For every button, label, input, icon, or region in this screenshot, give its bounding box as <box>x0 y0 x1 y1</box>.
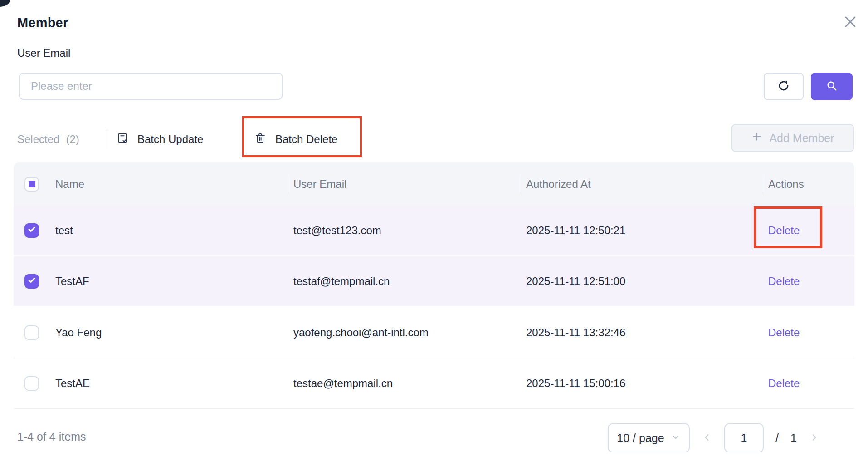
search-icon <box>825 79 838 93</box>
header-actions: Actions <box>763 162 854 206</box>
page-size-select[interactable]: 10 / page <box>608 423 690 452</box>
cell-name: TestAE <box>50 377 288 390</box>
batch-delete-button[interactable]: Batch Delete <box>254 131 337 148</box>
toolbar-divider <box>106 130 106 149</box>
selected-label: Selected <box>17 133 59 146</box>
refresh-icon <box>777 79 790 94</box>
row-checkbox[interactable] <box>24 274 39 289</box>
chevron-right-icon <box>809 432 819 444</box>
table-header-row: Name User Email Authorized At Actions <box>14 162 854 206</box>
delete-link[interactable]: Delete <box>768 377 800 390</box>
table-row: TestAF testaf@tempmail.cn 2025-11-11 12:… <box>14 256 854 307</box>
row-checkbox[interactable] <box>24 376 39 391</box>
select-all-checkbox[interactable] <box>24 177 39 192</box>
cell-name: TestAF <box>50 275 288 288</box>
delete-link[interactable]: Delete <box>768 275 800 288</box>
member-modal: Member User Email Selected (2) <box>0 0 868 462</box>
row-checkbox-cell <box>14 325 50 340</box>
row-checkbox[interactable] <box>24 325 39 340</box>
current-page-value: 1 <box>741 432 747 445</box>
row-checkbox-cell <box>14 376 50 391</box>
prev-page-button[interactable] <box>702 432 712 444</box>
total-pages: 1 <box>790 432 797 445</box>
indeterminate-mark <box>29 181 35 187</box>
cell-email: yaofeng.chooi@ant-intl.com <box>288 326 521 339</box>
trash-icon <box>254 132 267 147</box>
header-user-email: User Email <box>288 162 521 206</box>
cell-email: testae@tempmail.cn <box>288 377 521 390</box>
check-icon <box>27 275 37 288</box>
table-row: test test@test123.com 2025-11-11 12:50:2… <box>14 206 854 256</box>
pagination: 10 / page 1 / 1 <box>608 423 819 452</box>
row-checkbox-cell <box>14 223 50 238</box>
screen-corner-artifact <box>0 0 10 7</box>
cell-authorized-at: 2025-11-11 13:32:46 <box>521 326 763 339</box>
refresh-button[interactable] <box>764 73 804 100</box>
close-button[interactable] <box>840 12 861 33</box>
check-icon <box>27 224 37 237</box>
current-page-input[interactable]: 1 <box>724 423 764 452</box>
selected-count: Selected (2) <box>17 131 79 148</box>
user-email-label: User Email <box>17 47 70 59</box>
cell-authorized-at: 2025-11-11 12:51:00 <box>521 275 763 288</box>
delete-link[interactable]: Delete <box>768 326 800 339</box>
cell-name: test <box>50 224 288 237</box>
cell-authorized-at: 2025-11-11 12:50:21 <box>521 224 763 237</box>
table-row: Yao Feng yaofeng.chooi@ant-intl.com 2025… <box>14 307 854 358</box>
user-email-input[interactable] <box>19 73 283 100</box>
batch-delete-label: Batch Delete <box>275 133 337 146</box>
close-icon <box>843 14 858 31</box>
selected-count-value: (2) <box>66 133 79 146</box>
row-checkbox-cell <box>14 274 50 289</box>
cell-email: testaf@tempmail.cn <box>288 275 521 288</box>
page-separator: / <box>775 432 779 445</box>
table-row: TestAE testae@tempmail.cn 2025-11-11 15:… <box>14 358 854 409</box>
cell-authorized-at: 2025-11-11 15:00:16 <box>521 377 763 390</box>
cell-email: test@test123.com <box>288 224 521 237</box>
page-size-value: 10 / page <box>617 432 664 445</box>
plus-icon <box>751 131 763 145</box>
header-name: Name <box>50 162 288 206</box>
batch-update-button[interactable]: Batch Update <box>116 131 203 148</box>
cell-name: Yao Feng <box>50 326 288 339</box>
row-checkbox[interactable] <box>24 223 39 238</box>
items-total-text: 1-4 of 4 items <box>17 430 86 443</box>
add-member-label: Add Member <box>769 132 834 145</box>
delete-link[interactable]: Delete <box>768 224 800 237</box>
batch-update-icon <box>116 132 129 147</box>
select-all-cell <box>14 162 50 206</box>
member-table: Name User Email Authorized At Actions te… <box>14 162 854 409</box>
batch-update-label: Batch Update <box>137 133 203 146</box>
page-title: Member <box>17 15 68 30</box>
next-page-button[interactable] <box>809 432 819 444</box>
chevron-left-icon <box>702 432 712 444</box>
search-button[interactable] <box>811 73 853 100</box>
header-authorized-at: Authorized At <box>521 162 763 206</box>
chevron-down-icon <box>671 432 681 445</box>
add-member-button[interactable]: Add Member <box>731 124 854 152</box>
